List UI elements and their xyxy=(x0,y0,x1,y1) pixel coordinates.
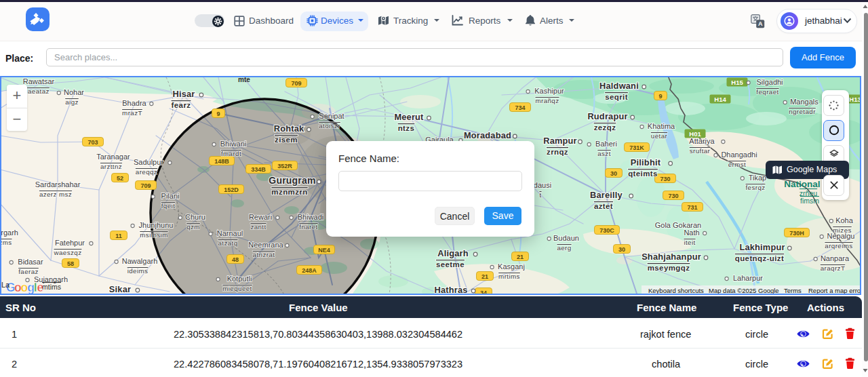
svg-text:Aligarh: Aligarh xyxy=(437,248,468,258)
svg-text:152D: 152D xyxy=(224,186,239,193)
svg-text:9: 9 xyxy=(658,93,662,100)
svg-text:Nohar: Nohar xyxy=(64,88,84,96)
svg-text:703: 703 xyxy=(87,139,98,146)
svg-text:30: 30 xyxy=(610,170,617,177)
svg-text:Rudrapur: Rudrapur xyxy=(587,111,627,121)
svg-text:Jhunjhunu: Jhunjhunu xyxy=(139,221,174,229)
svg-text:fesrqz: fesrqz xyxy=(745,184,765,191)
svg-text:Rawatsar: Rawatsar xyxy=(23,77,55,85)
svg-text:aerg: aerg xyxy=(557,244,571,252)
svg-text:H15: H15 xyxy=(731,79,743,86)
svg-text:t: t xyxy=(539,191,541,199)
svg-text:Bhadra: Bhadra xyxy=(122,99,146,107)
svg-text:aszt: aszt xyxy=(597,150,611,157)
svg-text:Sadulpur: Sadulpur xyxy=(134,158,163,166)
svg-text:Pilibhit: Pilibhit xyxy=(631,157,661,167)
svg-text:Haldwani: Haldwani xyxy=(599,81,639,91)
svg-text:msimsim: msimsim xyxy=(140,231,167,239)
svg-text:Nawalgarh: Nawalgarh xyxy=(122,257,158,265)
svg-text:La: La xyxy=(1,281,10,289)
svg-text:mznmzrn: mznmzrn xyxy=(271,188,307,196)
svg-text:areqqz: areqqz xyxy=(136,168,157,176)
svg-text:Bidasar: Bidasar xyxy=(18,258,43,266)
svg-text:Shahjahanpur: Shahjahanpur xyxy=(642,252,701,262)
svg-text:ideims: ideims xyxy=(127,267,149,275)
svg-text:iteit: iteit xyxy=(684,239,695,246)
svg-text:azerz msz: azerz msz xyxy=(39,191,72,198)
svg-text:Taranagar: Taranagar xyxy=(96,153,130,161)
svg-text:Lakhimpur: Lakhimpur xyxy=(739,242,785,252)
svg-text:zantt: zantt xyxy=(250,223,266,231)
svg-text:Kashipur: Kashipur xyxy=(534,87,564,95)
svg-text:Map data ©2025 Google: Map data ©2025 Google xyxy=(709,287,779,294)
svg-text:21: 21 xyxy=(481,273,488,280)
svg-text:ermst: ermst xyxy=(728,161,747,168)
svg-text:fnaret: fnaret xyxy=(299,223,317,231)
svg-text:faeraz: faeraz xyxy=(18,268,39,275)
svg-text:mrtims: mrtims xyxy=(498,273,520,280)
svg-text:Bhiwadi: Bhiwadi xyxy=(298,213,324,221)
svg-text:Keyboard shortcuts: Keyboard shortcuts xyxy=(648,287,704,294)
svg-text:seetme: seetme xyxy=(436,260,465,269)
svg-text:uetar: uetar xyxy=(651,132,668,140)
svg-text:Rohtak: Rohtak xyxy=(274,123,304,134)
svg-text:Attariya: Attariya xyxy=(689,137,715,145)
svg-text:352R: 352R xyxy=(277,163,292,170)
svg-text:731K: 731K xyxy=(629,144,644,151)
svg-text:seqrit: seqrit xyxy=(605,93,628,101)
svg-text:Sikar: Sikar xyxy=(109,284,131,294)
svg-text:Kotputli: Kotputli xyxy=(227,275,252,283)
svg-text:731: 731 xyxy=(687,204,697,211)
svg-text:730H: 730H xyxy=(789,230,804,237)
svg-text:A: A xyxy=(758,20,763,27)
svg-text:Baheri: Baheri xyxy=(595,140,617,148)
svg-text:Budaun: Budaun xyxy=(553,234,579,242)
svg-text:Pilani: Pilani xyxy=(161,192,180,200)
svg-text:waeszqz: waeszqz xyxy=(54,249,82,256)
svg-text:qteimts: qteimts xyxy=(628,170,658,178)
svg-text:Nanpara: Nanpara xyxy=(821,254,850,262)
svg-text:709: 709 xyxy=(140,182,151,189)
svg-text:Meerut: Meerut xyxy=(394,112,424,122)
svg-text:734: 734 xyxy=(515,104,525,111)
svg-text:Tikap: Tikap xyxy=(749,174,767,182)
svg-text:mrañqz: mrañqz xyxy=(535,97,559,104)
svg-text:Mangals: Mangals xyxy=(790,98,818,106)
svg-text:ntzs: ntzs xyxy=(398,124,415,132)
svg-text:zms: zms xyxy=(0,239,12,246)
svg-text:Report a map error: Report a map error xyxy=(808,287,861,294)
svg-text:Rampur: Rampur xyxy=(543,136,577,146)
svg-text:H14: H14 xyxy=(714,96,726,103)
svg-text:feqraet: feqraet xyxy=(756,88,778,96)
svg-text:Sardarshahar: Sardarshahar xyxy=(35,180,81,188)
svg-text:Gurugram: Gurugram xyxy=(269,175,315,186)
svg-text:Sonipat: Sonipat xyxy=(319,112,344,120)
svg-text:Nath: Nath xyxy=(684,229,699,237)
svg-text:Khatima: Khatima xyxy=(648,122,675,130)
svg-text:mizes: mizes xyxy=(833,226,852,234)
svg-text:NE4: NE4 xyxy=(318,247,330,254)
svg-text:fqeit: fqeit xyxy=(161,202,176,210)
svg-text:araqrzT: araqrzT xyxy=(821,264,846,272)
svg-text:miequeet: miequeet xyxy=(222,285,252,292)
svg-text:334B: 334B xyxy=(251,166,266,173)
svg-text:aigz: aigz xyxy=(65,98,79,106)
svg-text:Hathras: Hathras xyxy=(434,285,467,295)
svg-text:52: 52 xyxy=(117,175,123,182)
svg-text:Dhangadhi: Dhangadhi xyxy=(721,151,757,159)
svg-text:Rewari: Rewari xyxy=(249,213,272,221)
svg-text:quetnqz-uizt: quetnqz-uizt xyxy=(735,254,785,262)
svg-text:arqreims: arqreims xyxy=(825,242,852,250)
svg-text:fmardt: fmardt xyxy=(221,150,241,157)
svg-text:Churu: Churu xyxy=(185,213,205,221)
svg-text:fearz: fearz xyxy=(172,101,191,109)
svg-text:30: 30 xyxy=(618,246,625,253)
svg-text:Hisar: Hisar xyxy=(172,89,195,99)
svg-text:mrazT: mrazT xyxy=(122,109,142,117)
svg-text:aztet: aztet xyxy=(594,202,613,210)
svg-text:730: 730 xyxy=(668,193,678,199)
svg-text:sruftar: sruftar xyxy=(690,147,711,155)
svg-text:atzatq: atzatq xyxy=(218,239,237,247)
svg-text:qzm: qzm xyxy=(186,223,200,231)
svg-text:Bareilly: Bareilly xyxy=(590,190,623,200)
